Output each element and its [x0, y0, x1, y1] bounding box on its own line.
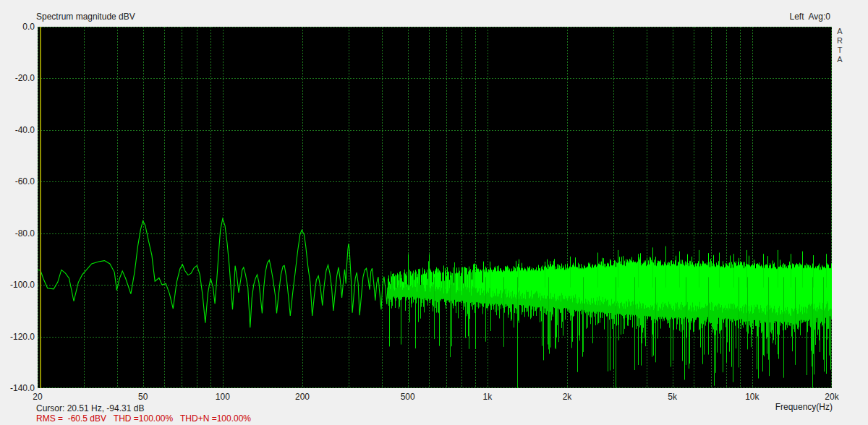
- x-axis-tick-label: 500: [393, 392, 422, 401]
- y-axis-tick-label: -80.0: [0, 228, 35, 238]
- x-axis-tick-label: 5k: [658, 392, 687, 401]
- x-axis-tick-label: 20: [23, 392, 52, 401]
- measurement-readout: RMS = -60.5 dBV THD =100.00% THD+N =100.…: [36, 413, 251, 424]
- x-axis-tick-label: 50: [129, 392, 158, 401]
- spectrum-plot-canvas[interactable]: [0, 0, 868, 425]
- x-axis-tick-label: 10k: [738, 392, 767, 401]
- x-axis-tick-label: 1k: [473, 392, 502, 401]
- x-axis-tick-label: 20k: [817, 392, 846, 401]
- y-axis-tick-label: -20.0: [0, 73, 35, 82]
- y-axis-tick-label: 0.0: [0, 22, 35, 31]
- x-axis-tick-label: 100: [208, 392, 237, 401]
- y-axis-tick-label: -100.0: [0, 280, 35, 289]
- x-axis-tick-label: 2k: [553, 392, 582, 401]
- y-axis-tick-label: -120.0: [0, 332, 35, 341]
- x-axis-tick-label: 200: [288, 392, 317, 401]
- cursor-readout: Cursor: 20.51 Hz, -94.31 dB: [36, 403, 144, 413]
- arta-spectrum-window: Spectrum magnitude dBV Left Avg:0 A R T …: [0, 0, 868, 425]
- frequency-axis-label: Frequency(Hz): [775, 402, 833, 412]
- y-axis-tick-label: -40.0: [0, 125, 35, 134]
- y-axis-tick-label: -60.0: [0, 176, 35, 186]
